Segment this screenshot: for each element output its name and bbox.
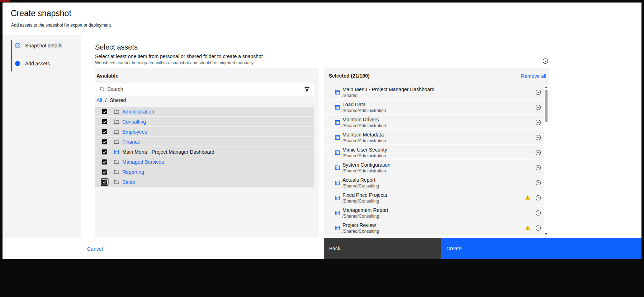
folder-icon bbox=[114, 109, 119, 115]
selected-item-name: Maintain Metadata bbox=[342, 132, 384, 138]
step-snapshot-details[interactable]: Snapshot details bbox=[15, 42, 62, 50]
asset-icon bbox=[335, 135, 340, 140]
asset-icon bbox=[335, 225, 340, 231]
selected-list: Main Menu - Project Manager Dashboard /S… bbox=[324, 85, 543, 237]
available-panel-title: Available bbox=[96, 73, 118, 79]
search-icon bbox=[99, 86, 105, 92]
remove-item-button[interactable] bbox=[535, 105, 541, 110]
selected-item-name: Project Review bbox=[342, 222, 376, 228]
asset-icon bbox=[335, 195, 340, 201]
page-title: Select assets bbox=[95, 43, 138, 51]
selected-scrollbar[interactable] bbox=[544, 85, 549, 236]
available-item-label[interactable]: Reporting bbox=[122, 169, 144, 175]
dialog-footer: Cancel Back Create bbox=[3, 238, 641, 259]
available-item-label[interactable]: Employees bbox=[122, 129, 147, 135]
scroll-thumb[interactable] bbox=[545, 90, 548, 122]
scroll-up-icon[interactable] bbox=[544, 85, 549, 89]
folder-icon bbox=[114, 119, 119, 125]
item-checkbox[interactable] bbox=[102, 139, 107, 144]
remove-item-button[interactable] bbox=[535, 89, 541, 95]
selected-item-path: /Shared/Administration bbox=[342, 108, 386, 113]
check-icon bbox=[102, 149, 107, 154]
remove-item-button[interactable] bbox=[535, 225, 541, 231]
cancel-button[interactable]: Cancel bbox=[87, 246, 103, 252]
search-input[interactable] bbox=[107, 83, 301, 95]
available-item-label[interactable]: Consulting bbox=[122, 119, 146, 125]
breadcrumb-separator: / bbox=[105, 97, 106, 103]
filled-circle-icon bbox=[15, 61, 20, 66]
check-icon bbox=[102, 139, 107, 144]
progress-sidebar: Snapshot details Add assets bbox=[3, 35, 81, 238]
available-item-row[interactable]: Finance bbox=[95, 137, 314, 147]
selected-item-row: Project Review /Shared/Consulting bbox=[324, 221, 543, 236]
selected-item-row: Mimic User Security /Shared/Administrati… bbox=[324, 145, 543, 160]
step-label: Add assets bbox=[25, 61, 50, 66]
selected-item-name: System Configuration bbox=[342, 162, 390, 168]
scroll-down-icon[interactable] bbox=[544, 232, 549, 236]
selected-item-path: /Shared bbox=[342, 93, 357, 98]
available-item-label[interactable]: Finance bbox=[122, 139, 140, 145]
step-add-assets[interactable]: Add assets bbox=[15, 60, 50, 68]
available-item-label[interactable]: Sales bbox=[122, 179, 135, 185]
selected-item-path: /Shared/Consulting bbox=[342, 199, 379, 204]
remove-item-button[interactable] bbox=[535, 180, 541, 186]
asset-icon bbox=[335, 165, 340, 171]
selected-item-row: System Configuration /Shared/Administrat… bbox=[324, 160, 543, 175]
search-bar bbox=[95, 83, 314, 95]
folder-icon bbox=[114, 139, 119, 145]
selected-item-path: /Shared/Administration bbox=[342, 153, 386, 158]
background-app-fragment bbox=[0, 0, 10, 2]
item-checkbox[interactable] bbox=[102, 149, 107, 154]
create-button[interactable]: Create bbox=[441, 238, 641, 259]
item-checkbox[interactable] bbox=[102, 119, 107, 124]
selected-item-path: /Shared/Administration bbox=[342, 123, 386, 128]
footer-cancel-area: Cancel bbox=[3, 238, 324, 259]
selected-item-row: Maintain Drivers /Shared/Administration bbox=[324, 115, 543, 130]
selected-item-row: Fixed Price Projects /Shared/Consulting bbox=[324, 190, 543, 205]
remove-item-button[interactable] bbox=[535, 165, 541, 171]
available-item-row[interactable]: Managed Services bbox=[95, 157, 314, 167]
dialog-subtitle: Add assets to the snapshot for export or… bbox=[11, 23, 111, 28]
filter-icon[interactable] bbox=[304, 86, 310, 92]
selected-item-name: Load Data bbox=[342, 102, 366, 107]
available-item-row[interactable]: Administration bbox=[95, 107, 314, 116]
available-item-label[interactable]: Main Menu - Project Manager Dashboard bbox=[122, 149, 214, 155]
remove-all-link[interactable]: Remove all bbox=[521, 73, 546, 79]
check-circle-icon bbox=[15, 43, 20, 48]
remove-item-button[interactable] bbox=[535, 210, 541, 216]
asset-icon bbox=[114, 149, 119, 155]
asset-icon bbox=[335, 150, 340, 156]
available-item-label[interactable]: Administration bbox=[122, 109, 154, 115]
available-item-row[interactable]: Sales bbox=[95, 177, 314, 187]
remove-item-button[interactable] bbox=[535, 150, 541, 156]
folder-icon bbox=[114, 129, 119, 135]
available-item-row[interactable]: Reporting bbox=[95, 167, 314, 177]
check-icon bbox=[102, 180, 107, 185]
selected-item-path: /Shared/Consulting bbox=[342, 229, 379, 234]
item-checkbox[interactable] bbox=[102, 109, 107, 114]
item-checkbox[interactable] bbox=[102, 180, 107, 185]
asset-icon bbox=[335, 210, 340, 216]
folder-icon bbox=[114, 179, 119, 185]
selected-item-name: Fixed Price Projects bbox=[342, 192, 387, 198]
page-description: Select at least one item from personal o… bbox=[95, 54, 263, 59]
page-note: Websheets cannot be migrated within a sn… bbox=[95, 60, 254, 65]
breadcrumb-all-link[interactable]: All bbox=[96, 97, 102, 103]
item-checkbox[interactable] bbox=[102, 170, 107, 175]
asset-icon bbox=[335, 120, 340, 125]
remove-item-button[interactable] bbox=[535, 195, 541, 201]
create-snapshot-dialog: Create snapshot Add assets to the snapsh… bbox=[3, 3, 641, 259]
item-checkbox[interactable] bbox=[102, 129, 107, 134]
item-checkbox[interactable] bbox=[102, 159, 107, 164]
info-icon[interactable] bbox=[543, 58, 548, 64]
remove-item-button[interactable] bbox=[535, 120, 541, 125]
selected-item-row: Load Data /Shared/Administration bbox=[324, 100, 543, 115]
step-label: Snapshot details bbox=[25, 43, 62, 48]
selected-item-name: Maintain Drivers bbox=[342, 117, 379, 122]
remove-item-button[interactable] bbox=[535, 135, 541, 140]
back-button[interactable]: Back bbox=[324, 238, 441, 259]
available-item-label[interactable]: Managed Services bbox=[122, 159, 164, 165]
available-item-row[interactable]: Consulting bbox=[95, 117, 314, 126]
available-item-row[interactable]: Main Menu - Project Manager Dashboard bbox=[95, 147, 314, 157]
available-item-row[interactable]: Employees bbox=[95, 127, 314, 136]
